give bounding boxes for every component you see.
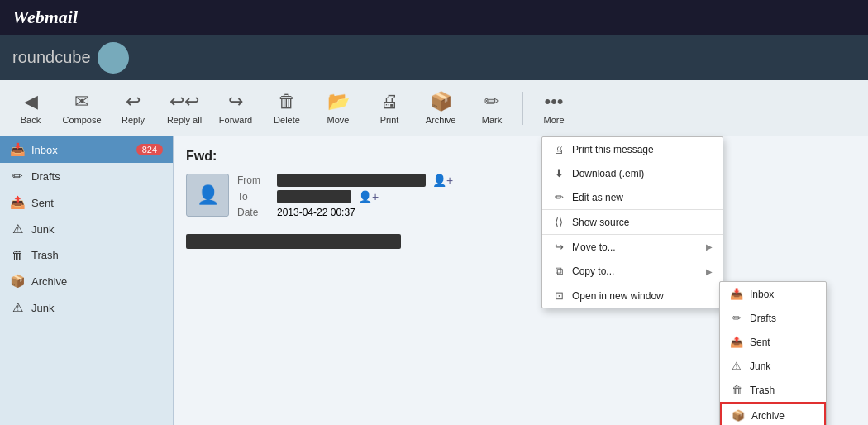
more-button[interactable]: ••• More [530, 84, 578, 132]
sidebar-label-junk: Junk [31, 223, 163, 236]
move-button[interactable]: 📂 Move [314, 84, 362, 132]
sub-trash[interactable]: 🗑 Trash [720, 378, 826, 402]
sidebar-label-trash: Trash [31, 249, 163, 261]
ctx-move-label: Move to... [572, 241, 616, 253]
move-sub-arrow: ▶ [706, 242, 713, 251]
ctx-open-window[interactable]: ⊡ Open in new window [542, 284, 723, 308]
ctx-source-label: Show source [572, 217, 629, 228]
rc-header: roundcube [0, 35, 868, 80]
ctx-download-icon: ⬇ [552, 167, 565, 179]
forward-icon: ↪ [228, 91, 243, 112]
compose-label: Compose [62, 115, 101, 125]
to-value [277, 190, 351, 203]
print-button[interactable]: 🖨 Print [365, 84, 413, 132]
back-label: Back [21, 115, 41, 125]
sub-archive-icon: 📦 [732, 409, 745, 422]
email-subject: Fwd: [186, 149, 856, 164]
ctx-copy-icon: ⧉ [552, 265, 565, 278]
ctx-copy-to[interactable]: ⧉ Copy to... ▶ [542, 259, 723, 284]
inbox-icon: 📥 [10, 142, 25, 157]
sub-drafts[interactable]: ✏ Drafts [720, 306, 826, 330]
content-area: Fwd: 👤 From 👤+ To 👤+ Date 2013-04-22 00:… [174, 136, 868, 425]
copy-sub-arrow: ▶ [706, 267, 713, 276]
back-icon: ◀ [24, 91, 38, 112]
ctx-move-to[interactable]: ↪ Move to... ▶ [542, 235, 723, 259]
app-logo: Webmail [12, 7, 78, 28]
sub-archive[interactable]: 📦 Archive [720, 402, 826, 425]
sub-inbox-label: Inbox [750, 289, 774, 300]
toolbar-divider [522, 92, 523, 125]
ctx-download[interactable]: ⬇ Download (.eml) [542, 161, 723, 185]
email-meta: 👤 From 👤+ To 👤+ Date 2013-04-22 00:37 [186, 174, 856, 222]
from-add-button[interactable]: 👤+ [432, 174, 453, 187]
drafts-icon: ✏ [10, 169, 25, 184]
delete-button[interactable]: 🗑 Delete [263, 84, 311, 132]
main-layout: 📥 Inbox 824 ✏ Drafts 📤 Sent ⚠ Junk 🗑 Tra… [0, 136, 868, 425]
sidebar-label-inbox: Inbox [31, 144, 130, 156]
ctx-open-icon: ⊡ [552, 289, 565, 302]
archive-button[interactable]: 📦 Archive [417, 84, 465, 132]
sub-inbox[interactable]: 📥 Inbox [720, 282, 826, 306]
archive-side-icon: 📦 [10, 274, 25, 289]
from-value [277, 174, 426, 187]
rc-logo-icon [98, 42, 129, 74]
ctx-move-icon: ↪ [552, 241, 565, 253]
sub-sent[interactable]: 📤 Sent [720, 330, 826, 354]
trash-icon: 🗑 [10, 248, 25, 262]
forward-label: Forward [219, 115, 252, 125]
to-add-button[interactable]: 👤+ [358, 190, 379, 203]
ctx-download-label: Download (.eml) [572, 168, 644, 179]
sidebar-item-inbox[interactable]: 📥 Inbox 824 [0, 136, 173, 163]
sidebar-item-trash[interactable]: 🗑 Trash [0, 242, 173, 268]
sub-junk-icon: ⚠ [730, 360, 743, 372]
sub-junk[interactable]: ⚠ Junk [720, 354, 826, 378]
delete-icon: 🗑 [278, 91, 296, 112]
mark-label: Mark [482, 115, 502, 125]
ctx-source-icon: ⟨⟩ [552, 216, 565, 228]
mark-icon: ✏ [484, 91, 499, 112]
ctx-edit-icon: ✏ [552, 191, 565, 203]
archive-icon: 📦 [430, 91, 452, 112]
move-label: Move [327, 115, 350, 125]
ctx-edit-new[interactable]: ✏ Edit as new [542, 185, 723, 209]
more-label: More [543, 115, 564, 125]
sender-avatar: 👤 [186, 174, 229, 217]
sub-trash-icon: 🗑 [730, 384, 743, 396]
mark-button[interactable]: ✏ Mark [468, 84, 516, 132]
sidebar-label-sent: Sent [31, 197, 163, 209]
sub-inbox-icon: 📥 [730, 288, 743, 300]
sidebar-label-drafts: Drafts [31, 170, 163, 183]
ctx-print-message[interactable]: 🖨 Print this message [542, 137, 723, 161]
reply-all-button[interactable]: ↩↩ Reply all [160, 84, 208, 132]
sub-sent-icon: 📤 [730, 336, 743, 348]
sidebar-label-junk2: Junk [31, 302, 163, 314]
compose-icon: ✉ [74, 91, 89, 112]
sidebar-item-sent[interactable]: 📤 Sent [0, 189, 173, 216]
inbox-badge: 824 [136, 144, 163, 155]
print-label: Print [380, 115, 399, 125]
ctx-show-source[interactable]: ⟨⟩ Show source [542, 210, 723, 234]
forward-button[interactable]: ↪ Forward [212, 84, 260, 132]
sidebar-item-junk[interactable]: ⚠ Junk [0, 216, 173, 242]
sub-sent-label: Sent [750, 337, 770, 348]
reply-all-icon: ↩↩ [169, 91, 199, 112]
move-icon: 📂 [327, 91, 350, 112]
ctx-print-label: Print this message [572, 144, 654, 155]
sidebar-item-drafts[interactable]: ✏ Drafts [0, 163, 173, 189]
junk2-icon: ⚠ [10, 300, 25, 315]
ctx-print-icon: 🖨 [552, 143, 565, 155]
from-label: From [237, 174, 270, 186]
back-button[interactable]: ◀ Back [7, 84, 55, 132]
sidebar-label-archive: Archive [31, 275, 163, 288]
sidebar-item-archive[interactable]: 📦 Archive [0, 268, 173, 294]
reply-all-label: Reply all [167, 115, 202, 125]
ctx-copy-label: Copy to... [572, 265, 614, 277]
rc-logo-text: roundcube [12, 48, 91, 67]
reply-label: Reply [122, 115, 145, 125]
delete-label: Delete [274, 115, 300, 125]
sidebar-item-junk2[interactable]: ⚠ Junk [0, 294, 173, 321]
reply-button[interactable]: ↩ Reply [109, 84, 157, 132]
compose-button[interactable]: ✉ Compose [58, 84, 106, 132]
email-body [186, 234, 401, 249]
ctx-edit-label: Edit as new [572, 192, 623, 203]
